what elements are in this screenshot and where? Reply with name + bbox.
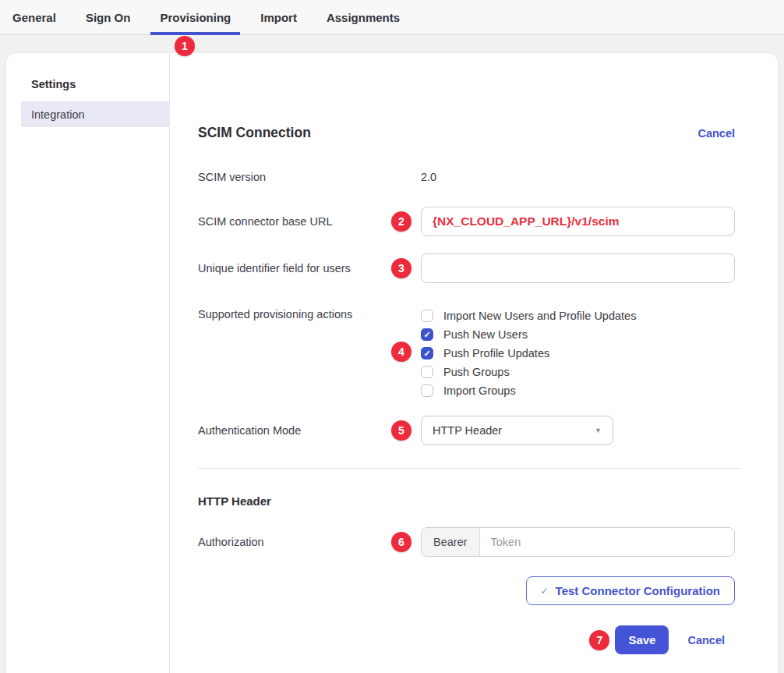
settings-sidebar: Settings Integration: [6, 53, 170, 673]
authorization-row: Authorization 6 Bearer: [198, 527, 735, 557]
section-divider: [198, 468, 742, 469]
callout-badge-6: 6: [391, 532, 411, 552]
active-tab-underline: [150, 32, 240, 35]
test-connector-button-label: Test Connector Configuration: [556, 584, 720, 597]
scim-version-row: SCIM version 2.0: [198, 171, 735, 183]
unique-id-input[interactable]: [421, 253, 735, 283]
provisioning-card: Settings Integration SCIM Connection Can…: [6, 53, 778, 673]
sidebar-section-label: Settings: [31, 78, 169, 90]
checkbox-push-groups[interactable]: [421, 366, 433, 378]
test-connector-button[interactable]: ✓ Test Connector Configuration: [526, 576, 735, 605]
checkbox-label: Push New Users: [443, 328, 528, 341]
tab-provisioning-label: Provisioning: [160, 11, 231, 24]
callout-badge-4: 4: [391, 342, 411, 362]
callout-badge-1: 1: [175, 36, 195, 56]
app-tab-bar: General Sign On Provisioning Import Assi…: [0, 0, 784, 35]
checkbox-push-new-users[interactable]: [421, 328, 433, 341]
scim-version-value: 2.0: [421, 171, 436, 183]
sidebar-item-label: Integration: [31, 108, 85, 121]
base-url-row: SCIM connector base URL 2: [198, 207, 735, 236]
token-input[interactable]: [480, 528, 734, 556]
tab-sign-on[interactable]: Sign On: [76, 0, 140, 34]
checkbox-label: Push Profile Updates: [443, 347, 549, 360]
checkbox-push-profile-updates[interactable]: [421, 347, 433, 360]
tab-provisioning[interactable]: Provisioning: [150, 0, 240, 34]
checkbox-label: Import Groups: [443, 384, 516, 397]
option-push-profile-updates[interactable]: Push Profile Updates: [421, 344, 735, 363]
checkbox-label: Push Groups: [443, 366, 510, 378]
tab-assignments-label: Assignments: [327, 11, 400, 24]
unique-id-row: Unique identifier field for users 3: [198, 253, 735, 283]
cancel-link-top[interactable]: Cancel: [697, 127, 735, 140]
scim-version-label: SCIM version: [198, 171, 421, 183]
authorization-input-group: Bearer: [421, 527, 735, 557]
save-button[interactable]: Save: [615, 625, 669, 654]
sidebar-item-integration[interactable]: Integration: [21, 101, 170, 127]
option-push-new-users[interactable]: Push New Users: [421, 325, 735, 344]
tab-general-label: General: [12, 11, 56, 24]
provisioning-actions-label: Supported provisioning actions: [198, 305, 421, 321]
scim-form: SCIM Connection Cancel SCIM version 2.0 …: [170, 53, 778, 673]
page-title: SCIM Connection: [198, 125, 311, 141]
tab-import[interactable]: Import: [251, 0, 306, 34]
auth-mode-row: Authentication Mode 5 HTTP Header ▼: [198, 416, 735, 445]
tab-sign-on-label: Sign On: [86, 11, 131, 24]
base-url-label: SCIM connector base URL: [198, 215, 421, 228]
http-header-section-title: HTTP Header: [198, 494, 735, 508]
callout-badge-3: 3: [391, 258, 411, 278]
auth-mode-label: Authentication Mode: [198, 424, 421, 437]
authorization-label: Authorization: [198, 536, 421, 548]
provisioning-actions-row: Supported provisioning actions 4 Import …: [198, 305, 735, 400]
unique-id-label: Unique identifier field for users: [198, 262, 421, 275]
option-import-new-users[interactable]: Import New Users and Profile Updates: [421, 306, 735, 325]
auth-mode-select[interactable]: HTTP Header ▼: [421, 416, 613, 445]
check-icon: ✓: [541, 586, 549, 597]
tab-general[interactable]: General: [3, 0, 65, 34]
checkbox-import-new-users[interactable]: [421, 310, 433, 322]
tab-assignments[interactable]: Assignments: [317, 0, 409, 34]
auth-mode-selected-value: HTTP Header: [433, 424, 502, 437]
option-import-groups[interactable]: Import Groups: [421, 381, 735, 400]
callout-badge-2: 2: [391, 211, 411, 232]
checkbox-label: Import New Users and Profile Updates: [443, 310, 636, 322]
cancel-link-bottom[interactable]: Cancel: [687, 634, 725, 646]
chevron-down-icon: ▼: [595, 427, 602, 434]
checkbox-import-groups[interactable]: [421, 384, 433, 397]
callout-badge-5: 5: [391, 420, 411, 441]
option-push-groups[interactable]: Push Groups: [421, 363, 735, 381]
bearer-prefix: Bearer: [422, 528, 480, 556]
callout-badge-7: 7: [589, 630, 609, 650]
base-url-input[interactable]: [421, 207, 735, 236]
tab-import-label: Import: [260, 11, 297, 24]
